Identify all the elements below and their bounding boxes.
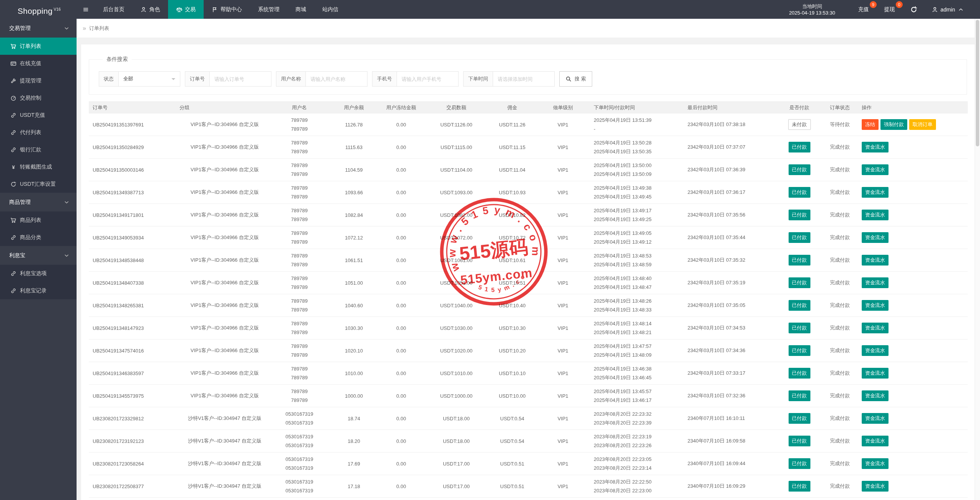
action-button[interactable]: 资金流水	[862, 300, 889, 311]
recharge-link[interactable]: 充值 9	[858, 6, 869, 13]
action-button[interactable]: 资金流水	[862, 458, 889, 469]
order-time-input[interactable]	[493, 72, 554, 86]
action-button[interactable]: 冻结	[862, 119, 879, 130]
search-button[interactable]: 搜 索	[559, 71, 592, 87]
topnav-item-trade[interactable]: 交易	[168, 0, 204, 19]
topnav-item-label: 后台首页	[103, 6, 124, 13]
action-button[interactable]: 资金流水	[862, 345, 889, 356]
withdraw-link[interactable]: 提现 0	[884, 6, 895, 13]
action-button[interactable]: 资金流水	[862, 255, 889, 266]
action-button[interactable]: 资金流水	[862, 413, 889, 424]
sidebar-item-goods-list[interactable]: 商品列表	[0, 211, 77, 229]
scrollbar-track[interactable]	[975, 19, 980, 500]
username-field-label: 用户名称	[276, 72, 306, 86]
hamburger-button[interactable]	[77, 0, 95, 19]
pay-status-badge[interactable]: 已付款	[789, 232, 810, 243]
balance-cell: 17.69	[328, 452, 380, 475]
username-input[interactable]	[306, 72, 367, 86]
scrollbar-thumb[interactable]	[976, 20, 979, 146]
pay-status-cell: 已付款	[779, 226, 820, 249]
topnav-item-messages[interactable]: 站内信	[314, 0, 346, 19]
pay-status-badge[interactable]: 未付款	[788, 119, 811, 130]
pay-status-badge[interactable]: 已付款	[789, 300, 810, 311]
col-header-level: 做单级别	[534, 102, 591, 113]
sidebar-group-interest[interactable]: 利息宝	[0, 246, 77, 265]
topnav-item-mall[interactable]: 商城	[287, 0, 314, 19]
action-button[interactable]: 资金流水	[862, 187, 889, 198]
sidebar-item-interest-options[interactable]: 利息宝选项	[0, 265, 77, 282]
sidebar-group-goods-manage[interactable]: 商品管理	[0, 193, 77, 211]
pay-status-badge[interactable]: 已付款	[789, 255, 810, 266]
user-icon	[932, 7, 938, 13]
action-button[interactable]: 取消订单	[909, 119, 936, 130]
topnav-item-home[interactable]: 后台首页	[95, 0, 132, 19]
pay-status-badge[interactable]: 已付款	[789, 345, 810, 356]
chevron-up-icon	[958, 7, 964, 13]
pay-status-badge[interactable]: 已付款	[789, 142, 810, 152]
orders-tbody: UB2504191351397691 VIP1客户--ID:304966 自定义…	[89, 113, 968, 500]
pay-status-badge[interactable]: 已付款	[789, 413, 810, 424]
status-select[interactable]: 全部	[119, 72, 180, 86]
topnav-item-roles[interactable]: 角色	[132, 0, 168, 19]
topnav-item-help[interactable]: 帮助中心	[204, 0, 250, 19]
balance-cell: 1104.59	[328, 159, 380, 181]
reload-button[interactable]	[910, 6, 917, 13]
sidebar-item-withdraw-manage[interactable]: 提现管理	[0, 72, 77, 89]
group-cell: VIP1客户--ID:304966 自定义版	[179, 226, 271, 249]
sidebar-item-bank-transfer[interactable]: 银行汇款	[0, 141, 77, 158]
scale-icon	[176, 7, 182, 13]
col-header-user: 用户名	[271, 102, 328, 113]
action-button[interactable]: 资金流水	[862, 210, 889, 220]
topnav-item-label: 系统管理	[258, 6, 279, 13]
action-button[interactable]: 资金流水	[862, 436, 889, 446]
action-button[interactable]: 资金流水	[862, 277, 889, 288]
sidebar-item-order-list[interactable]: 订单列表	[0, 38, 77, 55]
action-button[interactable]: 资金流水	[862, 164, 889, 175]
table-row: UB2504191348265381 VIP1客户--ID:304966 自定义…	[89, 294, 968, 317]
sidebar-item-trade-control[interactable]: 交易控制	[0, 89, 77, 107]
sidebar-item-interest-records[interactable]: 利息宝记录	[0, 282, 77, 299]
pay-status-badge[interactable]: 已付款	[789, 277, 810, 288]
sidebar-item-online-recharge[interactable]: 在线充值	[0, 55, 77, 72]
level-cell: VIP1	[534, 159, 591, 181]
sidebar-item-pay-list[interactable]: 代付列表	[0, 124, 77, 141]
sidebar-item-transfer-screenshot[interactable]: ¥转账截图生成	[0, 158, 77, 175]
pay-status-badge[interactable]: 已付款	[789, 481, 810, 492]
pay-status-badge[interactable]: 已付款	[789, 458, 810, 469]
pay-status-badge[interactable]: 已付款	[789, 164, 810, 175]
action-button[interactable]: 资金流水	[862, 390, 889, 401]
user-menu[interactable]: admin	[932, 7, 964, 13]
balance-cell: 1126.78	[328, 113, 380, 136]
app-logo[interactable]: ShoppingV16	[0, 0, 77, 19]
pay-status-badge[interactable]: 已付款	[789, 368, 810, 379]
phone-input[interactable]	[397, 72, 458, 86]
pay-status-badge[interactable]: 已付款	[789, 187, 810, 198]
sidebar-item-usdt-rate[interactable]: USDT汇率设置	[0, 175, 77, 193]
last-pay-time-cell: 2340年07月10日 16:09:44	[685, 452, 779, 475]
topnav-item-system[interactable]: 系统管理	[250, 0, 287, 19]
amount-cell: USDT:1061.00	[423, 249, 490, 272]
amount-cell: USDT:1000.00	[423, 385, 490, 407]
table-row: UB2504191347574016 VIP1客户--ID:304966 自定义…	[89, 339, 968, 362]
sidebar-group-trade-manage[interactable]: 交易管理	[0, 19, 77, 38]
pay-status-badge[interactable]: 已付款	[789, 390, 810, 401]
order-no-input[interactable]	[210, 72, 271, 86]
pay-status-badge[interactable]: 已付款	[789, 210, 810, 220]
pay-status-badge[interactable]: 已付款	[789, 436, 810, 446]
action-button[interactable]: 强制付款	[880, 119, 907, 130]
action-button[interactable]: 资金流水	[862, 232, 889, 243]
action-button[interactable]: 资金流水	[862, 142, 889, 152]
action-button[interactable]: 资金流水	[862, 323, 889, 333]
last-pay-time-cell: 2342年03月10日 07:35:32	[685, 249, 779, 272]
order-time-cell: 2023年08月20日 22:23:19 2023年08月20日 22:23:2…	[591, 430, 685, 452]
action-button[interactable]: 资金流水	[862, 481, 889, 492]
sidebar-item-usdt-recharge[interactable]: USDT充值	[0, 107, 77, 124]
content-card: 条件搜索 状态 全部 订单号 用户名称 手机号 下单	[81, 44, 975, 500]
sidebar-item-goods-category[interactable]: 商品分类	[0, 229, 77, 246]
action-button[interactable]: 资金流水	[862, 368, 889, 379]
pay-status-badge[interactable]: 已付款	[789, 323, 810, 333]
user-cell: 789789 789789	[271, 339, 328, 362]
sidebar-item-label: 代付列表	[20, 129, 41, 136]
sidebar-item-label: 商品分类	[20, 234, 41, 241]
order-status-cell: 完成付款	[820, 181, 860, 204]
